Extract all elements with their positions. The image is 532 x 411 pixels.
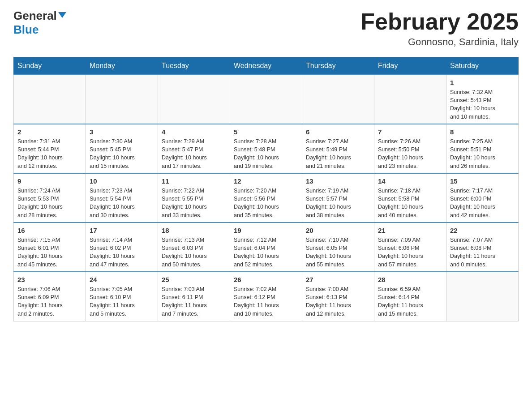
day-number: 19	[234, 227, 298, 234]
day-number: 28	[378, 276, 442, 283]
week-row-2: 2Sunrise: 7:31 AM Sunset: 5:44 PM Daylig…	[14, 124, 519, 173]
day-cell: 12Sunrise: 7:20 AM Sunset: 5:56 PM Dayli…	[230, 173, 302, 223]
day-number: 8	[450, 128, 515, 136]
day-cell	[14, 75, 86, 124]
week-row-5: 23Sunrise: 7:06 AM Sunset: 6:09 PM Dayli…	[14, 272, 519, 321]
day-cell: 17Sunrise: 7:14 AM Sunset: 6:02 PM Dayli…	[86, 223, 158, 272]
day-number: 12	[234, 177, 298, 185]
day-info: Sunrise: 7:12 AM Sunset: 6:04 PM Dayligh…	[234, 236, 298, 269]
day-info: Sunrise: 7:17 AM Sunset: 6:00 PM Dayligh…	[450, 187, 515, 219]
day-cell: 24Sunrise: 7:05 AM Sunset: 6:10 PM Dayli…	[86, 272, 158, 321]
day-number: 7	[378, 128, 442, 136]
day-cell: 13Sunrise: 7:19 AM Sunset: 5:57 PM Dayli…	[302, 173, 374, 223]
day-info: Sunrise: 7:31 AM Sunset: 5:44 PM Dayligh…	[17, 137, 82, 170]
day-cell: 14Sunrise: 7:18 AM Sunset: 5:58 PM Dayli…	[374, 173, 446, 223]
day-number: 10	[90, 177, 154, 185]
day-info: Sunrise: 7:05 AM Sunset: 6:10 PM Dayligh…	[90, 285, 154, 318]
header-friday: Friday	[374, 57, 446, 75]
day-cell: 15Sunrise: 7:17 AM Sunset: 6:00 PM Dayli…	[446, 173, 519, 223]
day-info: Sunrise: 7:13 AM Sunset: 6:03 PM Dayligh…	[162, 236, 226, 269]
day-cell: 6Sunrise: 7:27 AM Sunset: 5:49 PM Daylig…	[302, 124, 374, 173]
day-cell	[230, 75, 302, 124]
day-cell: 22Sunrise: 7:07 AM Sunset: 6:08 PM Dayli…	[446, 223, 519, 272]
day-cell	[446, 272, 519, 321]
day-number: 24	[90, 276, 154, 283]
day-cell: 28Sunrise: 6:59 AM Sunset: 6:14 PM Dayli…	[374, 272, 446, 321]
day-info: Sunrise: 7:10 AM Sunset: 6:05 PM Dayligh…	[306, 236, 370, 269]
month-title: February 2025	[360, 9, 519, 34]
day-info: Sunrise: 7:07 AM Sunset: 6:08 PM Dayligh…	[450, 236, 515, 269]
day-cell: 25Sunrise: 7:03 AM Sunset: 6:11 PM Dayli…	[158, 272, 230, 321]
day-info: Sunrise: 7:15 AM Sunset: 6:01 PM Dayligh…	[17, 236, 82, 269]
day-info: Sunrise: 7:27 AM Sunset: 5:49 PM Dayligh…	[306, 137, 370, 170]
logo-chevron-icon	[58, 12, 66, 18]
day-number: 11	[162, 177, 226, 185]
day-cell: 19Sunrise: 7:12 AM Sunset: 6:04 PM Dayli…	[230, 223, 302, 272]
location-text: Gonnosno, Sardinia, Italy	[360, 36, 519, 48]
day-cell	[158, 75, 230, 124]
day-number: 16	[17, 227, 82, 234]
day-info: Sunrise: 7:22 AM Sunset: 5:55 PM Dayligh…	[162, 187, 226, 219]
day-cell: 23Sunrise: 7:06 AM Sunset: 6:09 PM Dayli…	[14, 272, 86, 321]
day-info: Sunrise: 7:00 AM Sunset: 6:13 PM Dayligh…	[306, 285, 370, 318]
day-number: 25	[162, 276, 226, 283]
day-cell: 20Sunrise: 7:10 AM Sunset: 6:05 PM Dayli…	[302, 223, 374, 272]
day-number: 17	[90, 227, 154, 234]
day-info: Sunrise: 7:18 AM Sunset: 5:58 PM Dayligh…	[378, 187, 442, 219]
day-number: 9	[17, 177, 82, 185]
week-row-1: 1Sunrise: 7:32 AM Sunset: 5:43 PM Daylig…	[14, 75, 519, 124]
day-number: 15	[450, 177, 515, 185]
week-row-3: 9Sunrise: 7:24 AM Sunset: 5:53 PM Daylig…	[14, 173, 519, 223]
day-cell: 2Sunrise: 7:31 AM Sunset: 5:44 PM Daylig…	[14, 124, 86, 173]
day-cell: 26Sunrise: 7:02 AM Sunset: 6:12 PM Dayli…	[230, 272, 302, 321]
day-cell: 8Sunrise: 7:25 AM Sunset: 5:51 PM Daylig…	[446, 124, 519, 173]
day-number: 23	[17, 276, 82, 283]
day-cell	[374, 75, 446, 124]
day-cell: 27Sunrise: 7:00 AM Sunset: 6:13 PM Dayli…	[302, 272, 374, 321]
day-info: Sunrise: 7:25 AM Sunset: 5:51 PM Dayligh…	[450, 137, 515, 170]
day-cell: 21Sunrise: 7:09 AM Sunset: 6:06 PM Dayli…	[374, 223, 446, 272]
day-info: Sunrise: 7:20 AM Sunset: 5:56 PM Dayligh…	[234, 187, 298, 219]
day-number: 4	[162, 128, 226, 136]
day-info: Sunrise: 7:32 AM Sunset: 5:43 PM Dayligh…	[450, 88, 515, 121]
day-number: 5	[234, 128, 298, 136]
day-number: 1	[450, 79, 515, 86]
day-number: 6	[306, 128, 370, 136]
day-info: Sunrise: 7:02 AM Sunset: 6:12 PM Dayligh…	[234, 285, 298, 318]
header-saturday: Saturday	[446, 57, 519, 75]
day-info: Sunrise: 7:30 AM Sunset: 5:45 PM Dayligh…	[90, 137, 154, 170]
day-cell	[302, 75, 374, 124]
day-info: Sunrise: 7:19 AM Sunset: 5:57 PM Dayligh…	[306, 187, 370, 219]
day-info: Sunrise: 7:09 AM Sunset: 6:06 PM Dayligh…	[378, 236, 442, 269]
day-info: Sunrise: 7:23 AM Sunset: 5:54 PM Dayligh…	[90, 187, 154, 219]
day-cell: 9Sunrise: 7:24 AM Sunset: 5:53 PM Daylig…	[14, 173, 86, 223]
day-number: 18	[162, 227, 226, 234]
day-number: 2	[17, 128, 82, 136]
day-number: 14	[378, 177, 442, 185]
weekday-header-row: Sunday Monday Tuesday Wednesday Thursday…	[14, 57, 519, 75]
week-row-4: 16Sunrise: 7:15 AM Sunset: 6:01 PM Dayli…	[14, 223, 519, 272]
day-cell: 11Sunrise: 7:22 AM Sunset: 5:55 PM Dayli…	[158, 173, 230, 223]
calendar-table: Sunday Monday Tuesday Wednesday Thursday…	[13, 57, 519, 321]
day-number: 21	[378, 227, 442, 234]
header-thursday: Thursday	[302, 57, 374, 75]
header-tuesday: Tuesday	[158, 57, 230, 75]
logo-general-text: General	[13, 9, 57, 23]
day-cell: 4Sunrise: 7:29 AM Sunset: 5:47 PM Daylig…	[158, 124, 230, 173]
day-cell: 5Sunrise: 7:28 AM Sunset: 5:48 PM Daylig…	[230, 124, 302, 173]
day-number: 26	[234, 276, 298, 283]
day-number: 27	[306, 276, 370, 283]
day-number: 3	[90, 128, 154, 136]
day-info: Sunrise: 7:29 AM Sunset: 5:47 PM Dayligh…	[162, 137, 226, 170]
page-header: General Blue February 2025 Gonnosno, Sar…	[13, 9, 519, 48]
day-info: Sunrise: 7:03 AM Sunset: 6:11 PM Dayligh…	[162, 285, 226, 318]
day-info: Sunrise: 7:14 AM Sunset: 6:02 PM Dayligh…	[90, 236, 154, 269]
day-number: 22	[450, 227, 515, 234]
day-cell: 16Sunrise: 7:15 AM Sunset: 6:01 PM Dayli…	[14, 223, 86, 272]
day-info: Sunrise: 7:26 AM Sunset: 5:50 PM Dayligh…	[378, 137, 442, 170]
header-wednesday: Wednesday	[230, 57, 302, 75]
day-cell: 3Sunrise: 7:30 AM Sunset: 5:45 PM Daylig…	[86, 124, 158, 173]
logo: General Blue	[13, 9, 66, 37]
day-number: 20	[306, 227, 370, 234]
day-number: 13	[306, 177, 370, 185]
